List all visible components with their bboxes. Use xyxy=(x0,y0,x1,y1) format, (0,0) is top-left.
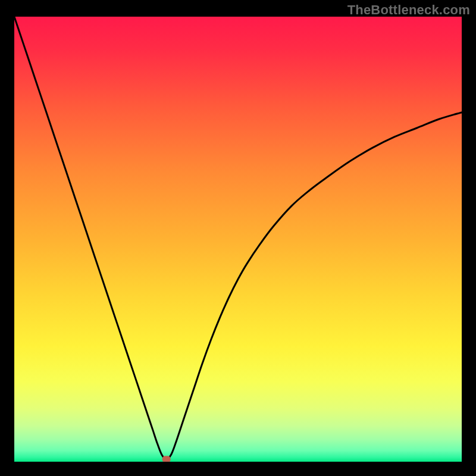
optimum-marker xyxy=(162,456,171,462)
plot-area xyxy=(14,17,462,462)
black-frame: TheBottleneck.com xyxy=(0,0,476,476)
gradient-background xyxy=(14,17,462,462)
watermark-text: TheBottleneck.com xyxy=(347,2,470,18)
chart-svg xyxy=(14,17,462,462)
